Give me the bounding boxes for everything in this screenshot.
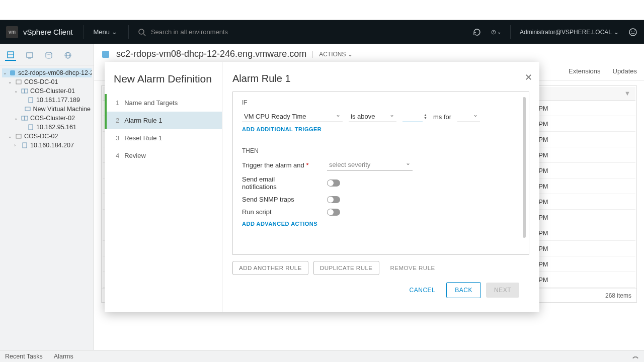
remove-rule-button[interactable]: REMOVE RULE (384, 261, 441, 275)
svg-rect-24 (16, 134, 21, 138)
svg-point-4 (629, 29, 636, 36)
svg-point-11 (46, 52, 52, 54)
tree-datacenter[interactable]: ⌄COS-DC-01 (2, 77, 92, 86)
menu-dropdown[interactable]: Menu ⌄ (93, 28, 117, 36)
smiley-icon[interactable] (628, 27, 638, 37)
trigger-duration-select[interactable] (457, 111, 480, 122)
tab-extensions[interactable]: Extensions (569, 64, 601, 78)
svg-rect-17 (22, 89, 25, 93)
add-trigger-link[interactable]: ADD ADDITIONAL TRIGGER (242, 126, 520, 132)
tree-host[interactable]: 10.161.177.189 (2, 96, 92, 105)
next-button: NEXT (486, 283, 519, 298)
new-alarm-modal: New Alarm Definition 1Name and Targets 2… (105, 62, 539, 312)
recent-tasks-tab[interactable]: Recent Tasks (5, 353, 43, 360)
actions-menu[interactable]: ACTIONS ⌄ (312, 51, 353, 58)
alarms-tab[interactable]: Alarms (54, 353, 73, 360)
svg-rect-9 (27, 53, 33, 57)
back-button[interactable]: BACK (446, 282, 481, 298)
trigger-value-input[interactable] (403, 111, 423, 122)
step-reset-rule-1[interactable]: 3Reset Rule 1 (105, 129, 222, 147)
network-tab-icon[interactable] (62, 50, 73, 61)
vm-logo: vm (6, 26, 18, 38)
tree-vm[interactable]: New Virtual Machine (2, 105, 92, 114)
rule-box: IF VM CPU Ready Time is above ▲▼ ms for … (232, 92, 529, 255)
trigger-metric-select[interactable]: VM CPU Ready Time (242, 111, 343, 122)
cancel-button[interactable]: CANCEL (404, 283, 442, 298)
email-label: Send email notifications (242, 175, 310, 191)
storage-tab-icon[interactable] (43, 50, 54, 61)
app-title: vSphere Client (23, 28, 72, 36)
user-menu[interactable]: Administrator@VSPHERE.LOCAL ⌄ (520, 29, 619, 36)
svg-rect-16 (16, 80, 21, 84)
svg-rect-21 (22, 116, 25, 120)
filter-icon[interactable]: ▼ (624, 90, 630, 97)
refresh-icon[interactable] (472, 27, 482, 37)
svg-rect-7 (8, 52, 14, 58)
script-toggle[interactable] (327, 209, 340, 216)
svg-rect-19 (29, 98, 33, 103)
tree-host[interactable]: ›10.160.184.207 (2, 141, 92, 150)
inventory-tree: ⌄sc2-rdops-vm08-dhcp-12-2... ⌄COS-DC-01 … (0, 65, 94, 153)
search-placeholder: Search in all environments (151, 28, 228, 36)
svg-line-1 (143, 34, 145, 36)
close-icon[interactable]: ✕ (525, 72, 532, 83)
hosts-tab-icon[interactable] (5, 50, 16, 61)
svg-rect-26 (102, 51, 109, 58)
svg-rect-23 (29, 125, 33, 130)
browser-chrome (0, 0, 644, 20)
svg-rect-15 (10, 70, 15, 75)
chevron-down-icon: ⌄ (348, 51, 353, 58)
svg-rect-22 (25, 116, 28, 120)
footer-bar: Recent Tasks Alarms ︽ (0, 350, 644, 362)
svg-point-6 (634, 31, 635, 32)
chevron-down-icon: ⌄ (112, 28, 117, 36)
search-icon (138, 28, 146, 36)
svg-text:?: ? (493, 31, 495, 34)
rule-title: Alarm Rule 1 (232, 73, 529, 84)
then-label: THEN (242, 147, 520, 154)
chevron-down-icon: ⌄ (614, 29, 619, 36)
tab-updates[interactable]: Updates (613, 64, 637, 78)
scrollbar[interactable] (523, 97, 526, 238)
unit-label: ms for (433, 113, 451, 121)
email-toggle[interactable] (327, 179, 340, 187)
svg-point-0 (139, 29, 144, 34)
tree-host[interactable]: 10.162.95.161 (2, 123, 92, 132)
script-label: Run script (242, 208, 310, 216)
tree-cluster[interactable]: ⌄COS-Cluster-01 (2, 86, 92, 96)
duplicate-rule-button[interactable]: DUPLICATE RULE (313, 261, 379, 275)
svg-point-5 (631, 31, 632, 32)
step-alarm-rule-1[interactable]: 2Alarm Rule 1 (105, 112, 222, 129)
tree-cluster[interactable]: ⌄COS-Cluster-02 (2, 114, 92, 123)
vcenter-icon (101, 50, 110, 59)
snmp-label: Send SNMP traps (242, 196, 310, 203)
trigger-operator-select[interactable]: is above (349, 111, 396, 122)
if-label: IF (242, 99, 520, 106)
severity-select[interactable]: select severity (327, 159, 413, 170)
add-another-rule-button[interactable]: ADD ANOTHER RULE (232, 261, 308, 275)
tree-datacenter[interactable]: ⌄COS-DC-02 (2, 132, 92, 141)
svg-rect-18 (25, 89, 28, 93)
page-title: sc2-rdops-vm08-dhcp-12-246.eng.vmware.co… (116, 49, 306, 59)
svg-rect-20 (25, 107, 30, 111)
svg-rect-25 (23, 143, 27, 148)
tree-vcenter[interactable]: ⌄sc2-rdops-vm08-dhcp-12-2... (2, 68, 92, 77)
modal-title: New Alarm Definition (105, 73, 222, 94)
expand-icon[interactable]: ︽ (632, 352, 639, 360)
nav-sidebar: ⌄sc2-rdops-vm08-dhcp-12-2... ⌄COS-DC-01 … (0, 44, 94, 350)
vms-tab-icon[interactable] (24, 50, 35, 61)
snmp-toggle[interactable] (327, 196, 340, 203)
app-header: vm vSphere Client Menu ⌄ Search in all e… (0, 20, 644, 44)
help-icon[interactable]: ? ⌄ (491, 27, 501, 37)
chevron-down-icon: ⌄ (497, 29, 501, 35)
step-review[interactable]: 4Review (105, 147, 222, 164)
wizard-steps: New Alarm Definition 1Name and Targets 2… (105, 62, 222, 312)
step-name-targets[interactable]: 1Name and Targets (105, 94, 222, 112)
stepper-icon[interactable]: ▲▼ (424, 114, 427, 120)
add-advanced-link[interactable]: ADD ADVANCED ACTIONS (242, 221, 520, 227)
global-search[interactable]: Search in all environments (138, 28, 228, 36)
